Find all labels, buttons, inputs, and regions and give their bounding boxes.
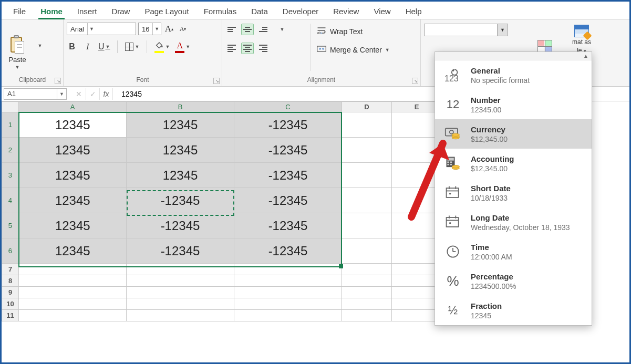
cell-C7[interactable] bbox=[234, 264, 342, 275]
cell-A11[interactable] bbox=[19, 310, 127, 321]
cell-B6[interactable]: -12345 bbox=[127, 238, 234, 264]
format-option-general[interactable]: 123 GeneralNo specific format bbox=[435, 60, 592, 90]
cell-A2[interactable]: 12345 bbox=[19, 138, 127, 163]
cell-D11[interactable] bbox=[342, 310, 392, 321]
paste-button[interactable]: Paste ▼ bbox=[5, 22, 30, 71]
cell-B7[interactable] bbox=[127, 264, 234, 275]
cell-D8[interactable] bbox=[342, 275, 392, 287]
cell-B4[interactable]: -12345 bbox=[127, 188, 234, 213]
cell-A3[interactable]: 12345 bbox=[19, 163, 127, 188]
copy-button[interactable]: ▼ bbox=[32, 39, 47, 52]
tab-page-layout[interactable]: Page Layout bbox=[137, 4, 196, 19]
tab-draw[interactable]: Draw bbox=[104, 4, 137, 19]
row-header-10[interactable]: 10 bbox=[2, 298, 19, 310]
row-header-3[interactable]: 3 bbox=[2, 163, 19, 188]
cell-A8[interactable] bbox=[19, 275, 127, 287]
insert-function-button[interactable]: fx bbox=[99, 88, 113, 100]
cell-B5[interactable]: -12345 bbox=[127, 213, 234, 238]
align-middle-button[interactable] bbox=[241, 24, 254, 35]
row-header-5[interactable]: 5 bbox=[2, 213, 19, 238]
increase-indent-button[interactable] bbox=[292, 43, 304, 54]
format-as-table-icon[interactable] bbox=[574, 25, 589, 37]
tab-data[interactable]: Data bbox=[244, 4, 275, 19]
row-header-1[interactable]: 1 bbox=[2, 112, 19, 138]
format-option-time[interactable]: Time12:00:00 AM bbox=[435, 237, 592, 266]
cell-D4[interactable] bbox=[342, 188, 392, 213]
enter-formula-button[interactable]: ✓ bbox=[86, 88, 99, 100]
font-name-combo[interactable]: Arial ▼ bbox=[67, 23, 136, 35]
cell-C1[interactable]: -12345 bbox=[234, 112, 342, 138]
cell-D3[interactable] bbox=[342, 163, 392, 188]
tab-review[interactable]: Review bbox=[326, 4, 366, 19]
cell-A5[interactable]: 12345 bbox=[19, 213, 127, 238]
cell-B9[interactable] bbox=[127, 287, 234, 298]
tab-insert[interactable]: Insert bbox=[70, 4, 105, 19]
italic-button[interactable]: I bbox=[82, 40, 93, 53]
font-color-button[interactable]: A ▼ bbox=[175, 40, 190, 53]
cell-A1[interactable]: 12345 bbox=[19, 112, 127, 138]
cell-C8[interactable] bbox=[234, 275, 342, 287]
cell-A10[interactable] bbox=[19, 298, 127, 310]
cell-A6[interactable]: 12345 bbox=[19, 238, 127, 264]
name-box[interactable]: A1 ▼ bbox=[4, 88, 67, 100]
column-header-B[interactable]: B bbox=[127, 102, 234, 112]
cell-C2[interactable]: -12345 bbox=[234, 138, 342, 163]
tab-view[interactable]: View bbox=[366, 4, 398, 19]
conditional-formatting-icon[interactable] bbox=[537, 40, 552, 53]
cell-D6[interactable] bbox=[342, 238, 392, 264]
tab-file[interactable]: File bbox=[6, 4, 33, 19]
cell-A9[interactable] bbox=[19, 287, 127, 298]
merge-center-button[interactable]: Merge & Center ▼ bbox=[316, 44, 390, 55]
format-option-number[interactable]: 12 Number12345.00 bbox=[435, 90, 592, 119]
align-bottom-button[interactable] bbox=[257, 24, 270, 35]
format-option-currency[interactable]: Currency$12,345.00 bbox=[435, 119, 592, 149]
cell-D5[interactable] bbox=[342, 213, 392, 238]
number-format-combo[interactable]: ▼ bbox=[424, 24, 508, 36]
increase-font-size-button[interactable]: A▴ bbox=[163, 23, 175, 35]
cell-B11[interactable] bbox=[127, 310, 234, 321]
tab-developer[interactable]: Developer bbox=[275, 4, 326, 19]
cancel-formula-button[interactable]: ✕ bbox=[72, 88, 86, 100]
align-center-button[interactable] bbox=[241, 43, 254, 54]
row-header-4[interactable]: 4 bbox=[2, 188, 19, 213]
select-all-corner[interactable] bbox=[2, 102, 19, 112]
tab-help[interactable]: Help bbox=[398, 4, 429, 19]
format-option-fraction[interactable]: ½ Fraction12345 bbox=[435, 296, 592, 325]
font-size-combo[interactable]: 16 ▼ bbox=[138, 23, 161, 35]
bold-button[interactable]: B bbox=[67, 40, 77, 53]
format-painter-button[interactable] bbox=[32, 55, 47, 68]
cell-D1[interactable] bbox=[342, 112, 392, 138]
cell-C6[interactable]: -12345 bbox=[234, 238, 342, 264]
fill-color-button[interactable]: ▼ bbox=[154, 40, 170, 53]
row-header-8[interactable]: 8 bbox=[2, 275, 19, 287]
format-option-percentage[interactable]: % Percentage1234500.00% bbox=[435, 266, 592, 296]
cut-button[interactable] bbox=[32, 24, 47, 36]
column-header-D[interactable]: D bbox=[342, 102, 392, 112]
scroll-up-button[interactable]: ▲ bbox=[435, 52, 592, 60]
cell-B1[interactable]: 12345 bbox=[127, 112, 234, 138]
cell-D7[interactable] bbox=[342, 264, 392, 275]
align-left-button[interactable] bbox=[225, 43, 238, 54]
cell-D10[interactable] bbox=[342, 298, 392, 310]
row-header-9[interactable]: 9 bbox=[2, 287, 19, 298]
cell-D2[interactable] bbox=[342, 138, 392, 163]
orientation-button[interactable]: ab ▼ bbox=[276, 24, 288, 35]
align-top-button[interactable] bbox=[225, 24, 238, 35]
cell-C3[interactable]: -12345 bbox=[234, 163, 342, 188]
column-header-A[interactable]: A bbox=[19, 102, 127, 112]
borders-button[interactable]: ▼ bbox=[125, 40, 139, 53]
wrap-text-button[interactable]: ab Wrap Text bbox=[316, 26, 390, 37]
cell-B8[interactable] bbox=[127, 275, 234, 287]
cell-A7[interactable] bbox=[19, 264, 127, 275]
cell-C10[interactable] bbox=[234, 298, 342, 310]
clipboard-dialog-launcher[interactable] bbox=[55, 78, 61, 84]
underline-button[interactable]: U▼ bbox=[98, 40, 110, 53]
cell-C5[interactable]: -12345 bbox=[234, 213, 342, 238]
format-option-long-date[interactable]: Long DateWednesday, October 18, 1933 bbox=[435, 207, 592, 237]
column-header-C[interactable]: C bbox=[234, 102, 342, 112]
font-dialog-launcher[interactable] bbox=[213, 78, 220, 84]
decrease-font-size-button[interactable]: A▾ bbox=[177, 23, 189, 35]
cell-C9[interactable] bbox=[234, 287, 342, 298]
tab-formulas[interactable]: Formulas bbox=[196, 4, 244, 19]
align-right-button[interactable] bbox=[257, 43, 270, 54]
